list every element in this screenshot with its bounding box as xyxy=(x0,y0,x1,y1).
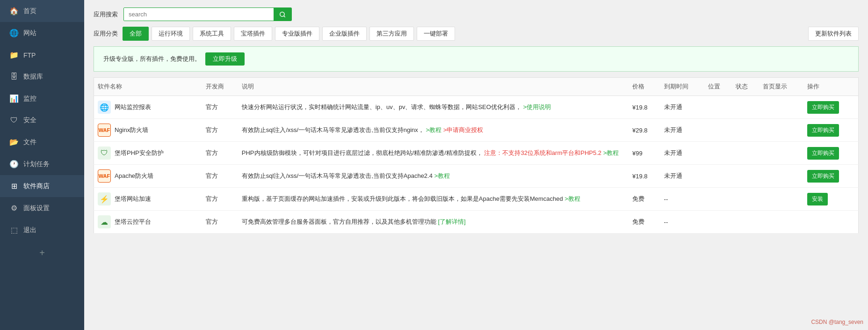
promo-upgrade-button[interactable]: 立即升级 xyxy=(205,52,245,66)
cat-btn-deploy[interactable]: 一键部署 xyxy=(417,27,455,41)
database-icon: 🗄 xyxy=(9,73,19,81)
app-desc: 快速分析网站运行状况，实时精确统计网站流量、ip、uv、pv、请求、蜘蛛等数据，… xyxy=(238,96,629,119)
app-position xyxy=(704,211,731,234)
buy-button[interactable]: 立即购买 xyxy=(807,170,839,183)
app-desc: 重构版，基于页面缓存的网站加速插件，安装或升级到此版本，将会卸载旧版本，如果是A… xyxy=(238,188,629,211)
cat-btn-pro-plugin[interactable]: 专业版插件 xyxy=(275,27,319,41)
app-developer: 官方 xyxy=(202,188,238,211)
app-icon: 🛡 xyxy=(98,147,111,160)
desc-link[interactable]: >教程 xyxy=(564,195,580,202)
sidebar-item-store[interactable]: ⊞ 软件商店 xyxy=(0,175,84,197)
sidebar-item-label: 退出 xyxy=(23,226,36,235)
app-price: ¥19.8 xyxy=(629,165,660,188)
app-expiry: 未开通 xyxy=(660,96,705,119)
update-software-list-button[interactable]: 更新软件列表 xyxy=(808,27,859,41)
sidebar-item-tasks[interactable]: 🕐 计划任务 xyxy=(0,153,84,175)
col-header-name: 软件名称 xyxy=(94,78,203,96)
app-expiry: -- xyxy=(660,188,705,211)
app-desc: 有效防止sql注入/xss/一句话木马等常见渗透攻击,当前仅支持nginx， >… xyxy=(238,119,629,142)
sidebar-item-label: FTP xyxy=(23,51,36,59)
desc-link[interactable]: >教程 xyxy=(426,126,441,133)
desc-link[interactable]: >教程 xyxy=(434,172,450,179)
sidebar-item-monitor[interactable]: 📊 监控 xyxy=(0,88,84,110)
buy-button[interactable]: 立即购买 xyxy=(807,101,839,114)
cat-btn-third[interactable]: 第三方应用 xyxy=(369,27,414,41)
cat-btn-enterprise[interactable]: 企业版插件 xyxy=(322,27,367,41)
app-action-cell: 立即购买 xyxy=(803,96,859,119)
sidebar-item-label: 文件 xyxy=(23,138,36,147)
buy-button[interactable]: 立即购买 xyxy=(807,124,839,137)
app-price: 免费 xyxy=(629,188,660,211)
app-homepage xyxy=(759,165,803,188)
app-price: ¥99 xyxy=(629,142,660,165)
col-header-action: 操作 xyxy=(803,78,859,96)
search-row: 应用搜索 xyxy=(94,7,859,21)
app-desc: 有效防止sql注入/xss/一句话木马等常见渗透攻击,当前仅支持Apache2.… xyxy=(238,165,629,188)
app-status xyxy=(732,142,759,165)
table-row: ⚡ 堡塔网站加速 官方 重构版，基于页面缓存的网站加速插件，安装或升级到此版本，… xyxy=(94,188,859,211)
sidebar-item-home[interactable]: 🏠 首页 xyxy=(0,0,84,22)
app-name: Nginx防火墙 xyxy=(115,126,148,134)
category-label: 应用分类 xyxy=(94,29,118,38)
desc-link[interactable]: >使用说明 xyxy=(523,103,551,110)
desc-link[interactable]: [了解详情] xyxy=(438,218,465,225)
app-name-cell: ⚡ 堡塔网站加速 xyxy=(94,188,203,211)
app-icon: ☁ xyxy=(98,215,111,228)
sidebar-item-logout[interactable]: ⬚ 退出 xyxy=(0,219,84,241)
app-price: ¥19.8 xyxy=(629,96,660,119)
col-header-developer: 开发商 xyxy=(202,78,238,96)
sidebar-item-files[interactable]: 📂 文件 xyxy=(0,131,84,153)
table-row: 🌐 网站监控报表 官方 快速分析网站运行状况，实时精确统计网站流量、ip、uv、… xyxy=(94,96,859,119)
search-label: 应用搜索 xyxy=(94,10,118,19)
settings-icon: ⚙ xyxy=(9,204,19,213)
sidebar-item-security[interactable]: 🛡 安全 xyxy=(0,110,84,131)
app-homepage xyxy=(759,211,803,234)
app-name-cell: ☁ 堡塔云控平台 xyxy=(94,211,203,234)
app-table: 软件名称 开发商 说明 价格 到期时间 位置 状态 首页显示 操作 🌐 xyxy=(94,77,859,234)
app-name: 堡塔PHP安全防护 xyxy=(115,149,164,157)
table-row: ☁ 堡塔云控平台 官方 可免费高效管理多台服务器面板，官方自用推荐，以及其他多机… xyxy=(94,211,859,234)
search-button[interactable] xyxy=(274,8,291,21)
category-row: 应用分类 全部 运行环境 系统工具 宝塔插件 专业版插件 企业版插件 第三方应用… xyxy=(94,27,859,41)
svg-line-1 xyxy=(284,15,285,17)
app-price: 免费 xyxy=(629,211,660,234)
desc-warning: 注意：不支持32位系统和arm平台和PHP5.2 xyxy=(484,149,601,156)
app-name: Apache防火墙 xyxy=(115,172,153,180)
app-name-cell: WAF Nginx防火墙 xyxy=(94,119,203,142)
sidebar-item-database[interactable]: 🗄 数据库 xyxy=(0,66,84,88)
app-developer: 官方 xyxy=(202,142,238,165)
install-button[interactable]: 安装 xyxy=(807,193,828,205)
desc-link2[interactable]: >申请商业授权 xyxy=(443,126,484,133)
app-name-cell: 🌐 网站监控报表 xyxy=(94,96,203,119)
app-homepage xyxy=(759,188,803,211)
sidebar-item-label: 首页 xyxy=(23,7,36,15)
logout-icon: ⬚ xyxy=(9,226,19,235)
app-status xyxy=(732,211,759,234)
sidebar-item-label: 安全 xyxy=(23,116,36,125)
app-icon: WAF xyxy=(98,169,111,183)
table-row: 🛡 堡塔PHP安全防护 官方 PHP内核级防御模块，可针对项目进行底层过滤，彻底… xyxy=(94,142,859,165)
cat-btn-runtime[interactable]: 运行环境 xyxy=(152,27,190,41)
sidebar: 🏠 首页 🌐 网站 📁 FTP 🗄 数据库 📊 监控 🛡 安全 📂 文件 🕐 计… xyxy=(0,0,84,330)
sidebar-item-settings[interactable]: ⚙ 面板设置 xyxy=(0,197,84,219)
sidebar-add-button[interactable]: + xyxy=(0,241,84,265)
col-header-status: 状态 xyxy=(732,78,759,96)
sidebar-item-website[interactable]: 🌐 网站 xyxy=(0,22,84,44)
app-desc: 可免费高效管理多台服务器面板，官方自用推荐，以及其他多机管理功能 [了解详情] xyxy=(238,211,629,234)
app-developer: 官方 xyxy=(202,119,238,142)
search-input[interactable] xyxy=(124,8,274,21)
search-input-wrap xyxy=(123,7,292,21)
app-status xyxy=(732,165,759,188)
app-developer: 官方 xyxy=(202,165,238,188)
buy-button[interactable]: 立即购买 xyxy=(807,147,839,160)
app-status xyxy=(732,96,759,119)
cat-btn-system[interactable]: 系统工具 xyxy=(193,27,231,41)
sidebar-item-ftp[interactable]: 📁 FTP xyxy=(0,44,84,66)
cat-btn-plugin[interactable]: 宝塔插件 xyxy=(234,27,272,41)
cat-btn-all[interactable]: 全部 xyxy=(123,27,149,41)
table-row: WAF Apache防火墙 官方 有效防止sql注入/xss/一句话木马等常见渗… xyxy=(94,165,859,188)
app-status xyxy=(732,188,759,211)
col-header-expiry: 到期时间 xyxy=(660,78,705,96)
app-action-cell xyxy=(803,211,859,234)
desc-link[interactable]: >教程 xyxy=(603,149,619,156)
